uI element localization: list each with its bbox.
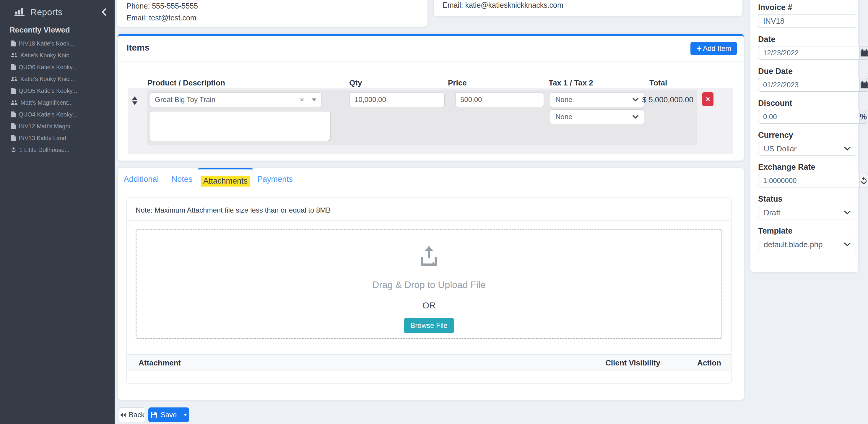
- sidebar-reports-link[interactable]: Reports: [0, 0, 115, 19]
- file-icon: [11, 64, 16, 70]
- sidebar-item-quo6[interactable]: QUO6 Katie's Kooky...: [0, 61, 115, 73]
- due-date-input[interactable]: [758, 78, 860, 92]
- col-product: Product / Description: [148, 78, 225, 87]
- th-attachment: Attachment: [138, 358, 181, 368]
- refresh-icon[interactable]: [860, 174, 868, 188]
- price-input[interactable]: [455, 92, 544, 107]
- chevron-down-icon: [844, 210, 850, 215]
- save-button[interactable]: Save: [148, 407, 189, 422]
- tax2-select[interactable]: None: [550, 109, 644, 124]
- status-select[interactable]: Draft: [758, 206, 856, 219]
- status-label: Status: [758, 195, 857, 203]
- sidebar-item-dollhouse[interactable]: 1 Little Dollhouse...: [0, 144, 115, 156]
- items-card: Items + Add Item Product / Description Q…: [118, 34, 744, 161]
- tab-attachments-active[interactable]: Attachments: [198, 168, 253, 193]
- file-dropzone[interactable]: Drag & Drop to Upload File OR Browse Fil…: [135, 229, 722, 339]
- sidebar-item-inv13[interactable]: INV13 Kiddy Land: [0, 132, 115, 144]
- qty-input[interactable]: [349, 92, 445, 107]
- exchange-rate-label: Exchange Rate: [758, 163, 857, 171]
- dropzone-text: Drag & Drop to Upload File: [372, 279, 486, 290]
- sidebar-item-inv18[interactable]: INV18 Katie's Kook...: [0, 37, 115, 49]
- date-input[interactable]: [758, 46, 860, 60]
- currency-label: Currency: [758, 131, 857, 140]
- th-action: Action: [697, 358, 721, 368]
- attachment-note: Note: Maximum Attachment file size less …: [135, 206, 331, 215]
- calendar-icon[interactable]: [860, 46, 868, 60]
- contact-card-primary: Phone: 555-555-5555 Email: test@test.com: [117, 0, 428, 27]
- drag-handle-icon[interactable]: [132, 95, 138, 106]
- template-label: Template: [758, 226, 857, 235]
- sidebar-item-quo5[interactable]: QUO5 Katie's Kooky...: [0, 85, 115, 97]
- users-icon: [11, 52, 18, 58]
- currency-select[interactable]: US Dollar: [758, 142, 856, 156]
- upload-icon: [417, 245, 441, 266]
- recently-viewed-heading: Recently Viewed: [9, 25, 115, 35]
- left-sidebar: Reports Recently Viewed INV18 Katie's Ko…: [0, 0, 115, 424]
- bar-chart-icon: [14, 7, 25, 17]
- percent-icon[interactable]: %: [860, 110, 867, 123]
- attachment-table-header: Attachment Client Visibility Action: [127, 354, 731, 370]
- item-row: Great Big Toy Train × None None $ 5,000,…: [147, 90, 697, 145]
- clear-selection-icon[interactable]: ×: [300, 95, 304, 104]
- exchange-rate-input[interactable]: [758, 174, 860, 188]
- sidebar-title: Reports: [30, 7, 63, 17]
- invoice-number-label: Invoice #: [758, 3, 857, 12]
- users-icon: [11, 76, 18, 82]
- calendar-icon[interactable]: [860, 78, 868, 92]
- chevron-down-icon: [632, 115, 639, 119]
- tab-additional[interactable]: Additional: [125, 174, 157, 185]
- double-left-icon: [120, 413, 126, 418]
- back-button[interactable]: Back: [119, 407, 145, 422]
- client-email: Email: katie@katiesknickknacks.com: [442, 1, 742, 9]
- divider: [127, 220, 731, 221]
- dropzone-or: OR: [423, 301, 436, 310]
- sidebar-item-client[interactable]: Katie's Kooky Knic...: [0, 73, 115, 85]
- file-icon: [11, 40, 16, 47]
- col-qty: Qty: [349, 78, 362, 87]
- items-list-zone: Great Big Toy Train × None None $ 5,000,…: [128, 88, 733, 154]
- sidebar-item-quo4[interactable]: QUO4 Katie's Kooky...: [0, 109, 115, 120]
- invoice-details-panel: Invoice # Date Due Date Discount % Curre…: [750, 0, 858, 272]
- main-content: Phone: 555-555-5555 Email: test@test.com…: [118, 0, 744, 424]
- discount-label: Discount: [758, 99, 857, 108]
- contact-card-client: Email: katie@katiesknickknacks.com: [434, 0, 742, 16]
- col-price: Price: [448, 78, 467, 87]
- items-title: Items: [126, 43, 150, 53]
- chevron-left-icon[interactable]: [101, 8, 107, 16]
- discount-input[interactable]: [758, 110, 860, 123]
- tab-notes[interactable]: Notes: [173, 174, 191, 185]
- date-label: Date: [758, 35, 857, 44]
- add-item-button[interactable]: + Add Item: [690, 42, 737, 55]
- tabs-card: Additional Notes Payments Attachments No…: [118, 168, 744, 400]
- recently-viewed-list: INV18 Katie's Kook... Katie's Kooky Knic…: [0, 37, 115, 156]
- file-icon: [11, 123, 16, 130]
- sidebar-item-client[interactable]: Katie's Kooky Knic...: [0, 49, 115, 61]
- refresh-icon: [11, 147, 17, 153]
- chevron-down-icon: [844, 243, 850, 247]
- save-dropdown-caret[interactable]: [183, 414, 187, 416]
- attachments-panel: Note: Maximum Attachment file size less …: [126, 198, 732, 384]
- contact-email: Email: test@test.com: [126, 13, 428, 22]
- items-header: Items + Add Item: [118, 36, 744, 61]
- save-icon: [150, 411, 158, 419]
- col-tax: Tax 1 / Tax 2: [549, 78, 593, 87]
- contact-phone: Phone: 555-555-5555: [126, 2, 428, 10]
- find-highlight: Attachments: [201, 176, 250, 187]
- chevron-down-icon: [844, 147, 850, 151]
- due-date-label: Due Date: [758, 67, 857, 76]
- row-total: $ 5,000,000.00: [608, 92, 693, 107]
- item-description-textarea[interactable]: [150, 111, 331, 141]
- delete-item-button[interactable]: ×: [702, 92, 713, 106]
- th-client-visibility: Client Visibility: [606, 358, 660, 368]
- col-total: Total: [649, 78, 667, 87]
- product-select[interactable]: Great Big Toy Train ×: [150, 92, 321, 107]
- browse-file-button[interactable]: Browse File: [404, 318, 454, 333]
- invoice-number-input[interactable]: [758, 14, 856, 28]
- file-icon: [11, 87, 16, 94]
- tab-payments[interactable]: Payments: [260, 174, 290, 185]
- sidebar-item-inv12[interactable]: INV12 Matt's Magni...: [0, 120, 115, 132]
- template-select[interactable]: default.blade.php: [758, 238, 856, 251]
- file-icon: [11, 111, 16, 118]
- plus-icon: +: [696, 44, 702, 53]
- sidebar-item-matts[interactable]: Matt's Magnificent...: [0, 97, 115, 109]
